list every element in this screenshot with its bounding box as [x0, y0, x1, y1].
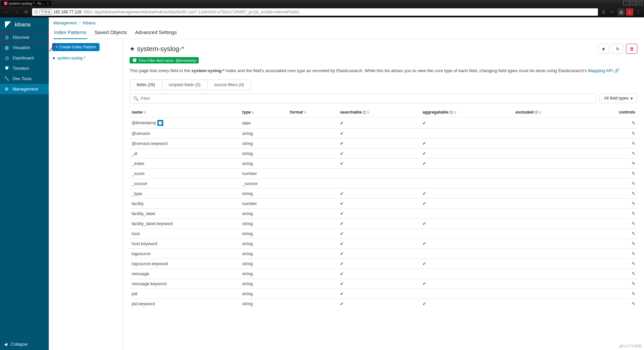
filter-input-wrap[interactable]: 🔍	[130, 94, 596, 103]
edit-icon[interactable]: ✎	[632, 251, 635, 256]
cell-format	[288, 229, 338, 239]
kibana-logo[interactable]: kibana	[0, 17, 49, 32]
edit-icon[interactable]: ✎	[632, 151, 635, 156]
sidebar-item-discover[interactable]: ◎ Discover	[0, 32, 49, 42]
info-icon: ⓘ	[450, 110, 453, 114]
url-box[interactable]: ⓘ 不安全 192.168.77.128:5601/app/kibana#/ma…	[32, 8, 598, 16]
sidebar-item-management[interactable]: ⚙ Management	[0, 84, 49, 94]
edit-icon[interactable]: ✎	[632, 191, 635, 196]
check-icon: ✔	[340, 221, 344, 226]
browser-tab[interactable]: system-syslog-* - Kib… ×	[1, 1, 51, 6]
refresh-button[interactable]: ↻	[612, 44, 623, 54]
refresh-icon: ↻	[616, 46, 620, 51]
security-badge: 不安全	[39, 9, 52, 15]
sub-tab-source-filters[interactable]: source filters (0)	[207, 80, 251, 90]
cell-format	[288, 159, 338, 169]
sidebar-collapse[interactable]: ◀ Collapse	[0, 338, 49, 350]
col-searchable[interactable]: searchable ⓘ⇅	[338, 107, 421, 118]
cell-searchable: ✔	[338, 159, 421, 169]
cell-controls: ✎	[587, 179, 637, 189]
edit-icon[interactable]: ✎	[632, 131, 635, 136]
window-maximize-icon[interactable]: ▢	[630, 1, 636, 5]
edit-icon[interactable]: ✎	[632, 181, 635, 186]
cell-excluded	[513, 189, 587, 199]
table-row: _typestring✔✔✎	[130, 189, 637, 199]
tab-close-icon[interactable]: ×	[47, 2, 49, 5]
sidebar-item-timelion[interactable]: ⛊ Timelion	[0, 63, 49, 73]
bookmark-star-icon[interactable]: ☆	[609, 8, 616, 16]
extension-icon[interactable]: ▦	[617, 8, 625, 16]
cell-searchable: ✔	[338, 269, 421, 279]
sub-tab-fields[interactable]: fields (29)	[130, 80, 162, 90]
mapping-api-link[interactable]: Mapping API	[588, 68, 613, 73]
cell-type: string	[240, 129, 288, 139]
sub-tab-scripted[interactable]: scripted fields (0)	[162, 80, 207, 90]
crumb-kibana[interactable]: Kibana	[83, 21, 95, 25]
tab-saved-objects[interactable]: Saved Objects	[94, 27, 128, 39]
crumb-management[interactable]: Management	[53, 21, 77, 25]
col-format[interactable]: format⇅	[288, 107, 338, 118]
reload-icon[interactable]: ⟳	[22, 8, 30, 16]
edit-icon[interactable]: ✎	[632, 271, 635, 276]
cell-searchable	[338, 179, 421, 189]
back-icon[interactable]: ←	[2, 8, 10, 16]
edit-icon[interactable]: ✎	[632, 291, 635, 296]
delete-button[interactable]: 🗑	[626, 44, 637, 54]
set-default-button[interactable]: ★	[598, 44, 609, 54]
address-bar: ← → ⟳ ⓘ 不安全 192.168.77.128:5601/app/kiba…	[0, 7, 644, 17]
edit-icon[interactable]: ✎	[632, 201, 635, 206]
table-row: logsource.keywordstring✔✔✎	[130, 259, 637, 269]
edit-icon[interactable]: ✎	[632, 211, 635, 216]
sidebar-item-devtools[interactable]: 🔧 Dev Tools	[0, 73, 49, 84]
edit-icon[interactable]: ✎	[632, 171, 635, 176]
sidebar-item-dashboard[interactable]: ◷ Dashboard	[0, 53, 49, 63]
edit-icon[interactable]: ✎	[632, 231, 635, 236]
cell-excluded	[513, 129, 587, 139]
cell-controls: ✎	[587, 279, 637, 289]
cell-searchable	[338, 169, 421, 179]
edit-icon[interactable]: ✎	[632, 141, 635, 146]
menu-icon[interactable]: ⋮	[635, 8, 642, 16]
edit-icon[interactable]: ✎	[632, 301, 635, 306]
edit-icon[interactable]: ✎	[632, 161, 635, 166]
saved-pattern-item[interactable]: ★ system-syslog-*	[52, 56, 119, 60]
col-type[interactable]: type⇅	[240, 107, 288, 118]
edit-icon[interactable]: ✎	[632, 121, 635, 126]
edit-icon[interactable]: ✎	[632, 261, 635, 266]
cell-type: string	[240, 249, 288, 259]
check-icon: ✔	[423, 151, 426, 156]
create-index-pattern-button[interactable]: + Create Index Pattern	[52, 43, 100, 51]
tab-index-patterns[interactable]: Index Patterns	[53, 27, 87, 39]
cell-aggregatable: ✔	[421, 159, 513, 169]
cell-searchable: ✔	[338, 149, 421, 159]
tab-advanced-settings[interactable]: Advanced Settings	[134, 27, 177, 39]
filter-input[interactable]	[141, 96, 593, 101]
cell-type: number	[240, 199, 288, 209]
sidebar-item-visualize[interactable]: ▥ Visualize	[0, 42, 49, 53]
cell-format	[288, 179, 338, 189]
extension-pdf-icon[interactable]: 人	[626, 8, 633, 16]
col-name[interactable]: name⇅	[130, 107, 240, 118]
edit-icon[interactable]: ✎	[632, 241, 635, 246]
cell-searchable: ✔	[338, 229, 421, 239]
forward-icon[interactable]: →	[12, 8, 20, 16]
col-aggregatable[interactable]: aggregatable ⓘ⇅	[421, 107, 513, 118]
cell-excluded	[513, 199, 587, 209]
edit-icon[interactable]: ✎	[632, 281, 635, 286]
field-types-select[interactable]: All field types ▾	[600, 94, 637, 103]
window-close-icon[interactable]: ✕	[637, 1, 643, 5]
edit-icon[interactable]: ✎	[632, 221, 635, 226]
col-excluded[interactable]: excluded ⓘ⇅	[513, 107, 587, 118]
check-icon: ✔	[423, 301, 426, 306]
star-icon: ★	[52, 56, 56, 60]
sidebar-item-label: Timelion	[13, 66, 29, 71]
table-row: _indexstring✔✔✎	[130, 159, 637, 169]
table-row: facility_labelstring✔✎	[130, 209, 637, 219]
cell-searchable: ✔	[338, 199, 421, 209]
translate-icon[interactable]: 文	[600, 8, 607, 16]
time-filter-badge: 🕐 Time Filter field name: @timestamp	[130, 57, 199, 63]
window-minimize-icon[interactable]: —	[623, 1, 629, 5]
check-icon: ✔	[340, 161, 344, 166]
check-icon: ✔	[423, 191, 426, 196]
cell-name: facility_label.keyword	[130, 219, 240, 229]
